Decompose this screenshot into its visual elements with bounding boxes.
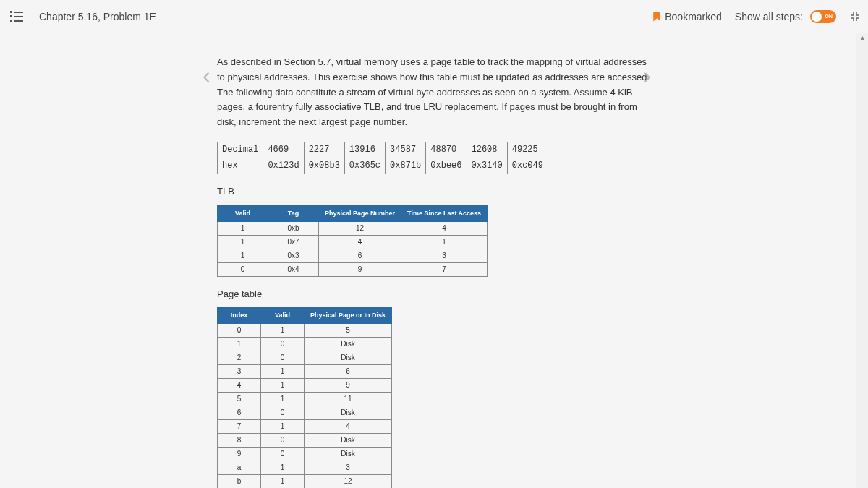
stream-cell: 0x871b bbox=[386, 158, 426, 174]
tlb-cell: 6 bbox=[319, 249, 401, 262]
page-table-cell: 6 bbox=[218, 406, 261, 419]
tlb-cell: 4 bbox=[401, 221, 488, 235]
stream-cell: 12608 bbox=[467, 142, 507, 158]
show-steps-label: Show all steps: bbox=[735, 11, 803, 22]
prev-problem-button[interactable]: ‹ bbox=[203, 62, 210, 89]
tlb-cell: 12 bbox=[319, 221, 401, 235]
tlb-cell: 0xb bbox=[268, 221, 319, 235]
page-table-cell: Disk bbox=[305, 433, 392, 447]
stream-cell: 49225 bbox=[507, 142, 548, 158]
page-table-cell: 0 bbox=[261, 447, 305, 461]
problem-description: As described in Section 5.7, virtual mem… bbox=[217, 55, 651, 130]
page-table-cell: 6 bbox=[305, 364, 392, 378]
show-steps-toggle[interactable]: ON bbox=[810, 10, 836, 23]
page-table-cell: 4 bbox=[305, 419, 392, 433]
page-table-cell: a bbox=[218, 461, 261, 474]
page-table-cell: 9 bbox=[218, 447, 261, 461]
show-all-steps: Show all steps: ON bbox=[735, 10, 836, 23]
tlb-cell: 1 bbox=[218, 249, 268, 262]
tlb-cell: 7 bbox=[401, 262, 488, 276]
page-table-cell: 0 bbox=[261, 351, 305, 364]
page-table-cell: 11 bbox=[305, 392, 392, 406]
tlb-cell: 9 bbox=[319, 262, 401, 276]
tlb-cell: 0 bbox=[218, 262, 268, 276]
page-table-cell: 1 bbox=[261, 419, 305, 433]
stream-cell: 4669 bbox=[263, 142, 304, 158]
bookmarked-label: Bookmarked bbox=[665, 11, 722, 22]
stream-cell: 2227 bbox=[304, 142, 344, 158]
tlb-header: Valid bbox=[218, 206, 268, 221]
bookmarked-indicator[interactable]: Bookmarked bbox=[653, 11, 722, 22]
tlb-cell: 0x4 bbox=[268, 262, 319, 276]
bookmark-icon bbox=[653, 12, 660, 22]
tlb-cell: 1 bbox=[218, 235, 268, 249]
page-table-cell: 2 bbox=[218, 351, 261, 364]
stream-cell: 0x3140 bbox=[467, 158, 507, 174]
problem-body: As described in Section 5.7, virtual mem… bbox=[217, 55, 651, 488]
page-table-cell: 1 bbox=[261, 474, 305, 488]
page-table-cell: b bbox=[218, 474, 261, 488]
menu-icon[interactable] bbox=[7, 8, 26, 25]
tlb-cell: 4 bbox=[319, 235, 401, 249]
stream-cell: 0x08b3 bbox=[304, 158, 344, 174]
tlb-cell: 1 bbox=[401, 235, 488, 249]
page-table-cell: 3 bbox=[218, 364, 261, 378]
page-table-header: Physical Page or In Disk bbox=[305, 308, 392, 323]
chapter-title: Chapter 5.16, Problem 1E bbox=[39, 11, 156, 22]
stream-row-label: hex bbox=[218, 158, 263, 174]
page-table-cell: 12 bbox=[305, 474, 392, 488]
stream-cell: 13916 bbox=[344, 142, 385, 158]
vertical-scrollbar[interactable]: ▴ bbox=[856, 33, 868, 488]
page-table-title: Page table bbox=[217, 287, 651, 302]
page-table-cell: 1 bbox=[261, 461, 305, 474]
stream-cell: 34587 bbox=[386, 142, 426, 158]
next-problem-button[interactable]: › bbox=[643, 62, 651, 89]
tlb-cell: 1 bbox=[218, 221, 268, 235]
page-table-cell: 5 bbox=[305, 323, 392, 337]
tlb-header: Time Since Last Access bbox=[401, 206, 488, 221]
stream-cell: 0xbee6 bbox=[426, 158, 467, 174]
page-table-cell: Disk bbox=[305, 447, 392, 461]
stream-row-label: Decimal bbox=[218, 142, 263, 158]
scroll-up-arrow[interactable]: ▴ bbox=[856, 33, 868, 41]
page-table-header: Valid bbox=[261, 308, 305, 323]
page-table-cell: 1 bbox=[261, 378, 305, 392]
tlb-cell: 0x7 bbox=[268, 235, 319, 249]
stream-cell: 0x123d bbox=[263, 158, 304, 174]
stream-cell: 0x365c bbox=[344, 158, 385, 174]
tlb-header: Tag bbox=[268, 206, 319, 221]
top-header: Chapter 5.16, Problem 1E Bookmarked Show… bbox=[0, 0, 868, 33]
address-stream-table: Decimal466922271391634587488701260849225… bbox=[217, 142, 548, 174]
stream-cell: 0xc049 bbox=[507, 158, 548, 174]
toggle-knob bbox=[812, 12, 822, 22]
page-table-cell: 0 bbox=[218, 323, 261, 337]
page-table-cell: 4 bbox=[218, 378, 261, 392]
page-table-cell: Disk bbox=[305, 406, 392, 419]
page-table-cell: 1 bbox=[218, 337, 261, 351]
page-table-cell: 0 bbox=[261, 337, 305, 351]
content-area: ‹ › As described in Section 5.7, virtual… bbox=[0, 33, 868, 488]
tlb-cell: 3 bbox=[401, 249, 488, 262]
tlb-header: Physical Page Number bbox=[319, 206, 401, 221]
stream-cell: 48870 bbox=[426, 142, 467, 158]
page-table-cell: Disk bbox=[305, 337, 392, 351]
page-table-cell: 0 bbox=[261, 433, 305, 447]
page-table-cell: 3 bbox=[305, 461, 392, 474]
page-table-cell: 7 bbox=[218, 419, 261, 433]
page-table-cell: 5 bbox=[218, 392, 261, 406]
page-table-header: Index bbox=[218, 308, 261, 323]
tlb-title: TLB bbox=[217, 184, 651, 200]
page-table-cell: 1 bbox=[261, 364, 305, 378]
page-table-cell: Disk bbox=[305, 351, 392, 364]
tlb-cell: 0x3 bbox=[268, 249, 319, 262]
page-table: IndexValidPhysical Page or In Disk 01510… bbox=[217, 307, 392, 488]
page-table-cell: 0 bbox=[261, 406, 305, 419]
tlb-table: ValidTagPhysical Page NumberTime Since L… bbox=[217, 205, 488, 276]
page-table-cell: 1 bbox=[261, 323, 305, 337]
page-table-cell: 1 bbox=[261, 392, 305, 406]
toggle-on-label: ON bbox=[825, 14, 833, 19]
collapse-icon bbox=[850, 12, 860, 22]
page-table-cell: 8 bbox=[218, 433, 261, 447]
page-table-cell: 9 bbox=[305, 378, 392, 392]
fullscreen-icon[interactable] bbox=[849, 11, 861, 22]
